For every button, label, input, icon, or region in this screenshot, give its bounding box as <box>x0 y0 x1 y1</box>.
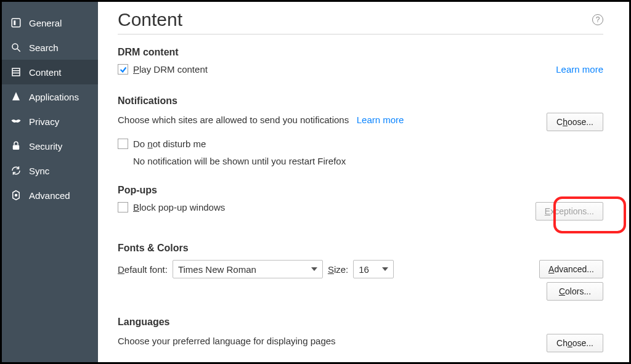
chevron-down-icon <box>382 267 388 271</box>
sidebar-label: Content <box>29 67 62 78</box>
notifications-learn-more-link[interactable]: Learn more <box>357 115 404 125</box>
section-title: Pop-ups <box>118 185 603 196</box>
drm-section: DRM content Play DRM content Learn more <box>118 47 603 79</box>
play-drm-label: Play DRM content <box>133 64 208 75</box>
sidebar-label: Advanced <box>29 190 70 201</box>
sidebar-label: Search <box>29 42 59 53</box>
general-icon <box>9 16 23 30</box>
sidebar-item-sync[interactable]: Sync <box>2 158 98 183</box>
do-not-disturb-label: Do not disturb me <box>133 139 206 149</box>
search-icon <box>9 41 23 54</box>
exceptions-button[interactable]: Exceptions... <box>535 202 603 220</box>
play-drm-checkbox[interactable] <box>118 64 128 75</box>
svg-line-3 <box>17 49 20 52</box>
notifications-section: Notifications Choose which sites are all… <box>118 95 603 169</box>
section-title: Languages <box>118 317 603 328</box>
svg-rect-1 <box>14 20 15 25</box>
sidebar: General Search Content Applications Priv… <box>2 2 98 362</box>
content-icon <box>9 65 23 79</box>
sidebar-label: Sync <box>29 166 49 176</box>
sidebar-item-content[interactable]: Content <box>2 60 98 84</box>
sidebar-item-general[interactable]: General <box>2 10 98 35</box>
privacy-icon <box>9 115 23 128</box>
sidebar-item-applications[interactable]: Applications <box>2 84 98 109</box>
sidebar-label: General <box>29 18 62 28</box>
applications-icon <box>9 90 23 103</box>
fonts-section: Fonts & Colors Default font: Times New R… <box>118 243 603 301</box>
chevron-down-icon <box>311 267 317 271</box>
do-not-disturb-checkbox[interactable] <box>118 139 128 149</box>
default-font-label: Default font: <box>118 264 168 275</box>
block-popups-checkbox[interactable] <box>118 202 128 212</box>
svg-rect-0 <box>12 18 20 27</box>
notifications-choose-button[interactable]: Choose... <box>547 113 603 131</box>
sidebar-item-advanced[interactable]: Advanced <box>2 183 98 208</box>
size-label: Size: <box>328 264 348 275</box>
section-title: DRM content <box>118 47 603 58</box>
svg-point-2 <box>12 44 18 49</box>
notifications-desc: Choose which sites are allowed to send y… <box>118 113 404 127</box>
sidebar-item-security[interactable]: Security <box>2 134 98 158</box>
advanced-fonts-button[interactable]: Advanced... <box>539 260 603 278</box>
languages-section: Languages Choose your preferred language… <box>118 317 603 355</box>
sync-icon <box>9 164 23 177</box>
languages-choose-button[interactable]: Choose... <box>547 334 603 352</box>
svg-rect-4 <box>12 68 20 76</box>
font-size-select[interactable]: 16 <box>353 260 394 278</box>
svg-rect-7 <box>13 145 20 150</box>
default-font-select[interactable]: Times New Roman <box>173 260 323 278</box>
sidebar-label: Security <box>29 141 62 152</box>
popups-section: Pop-ups Block pop-up windows Exceptions.… <box>118 185 603 220</box>
languages-desc: Choose your preferred language for displ… <box>118 334 336 349</box>
security-icon <box>9 139 23 153</box>
sidebar-item-privacy[interactable]: Privacy <box>2 109 98 134</box>
page-title: Content <box>118 9 182 30</box>
block-popups-label: Block pop-up windows <box>133 202 225 212</box>
sidebar-label: Applications <box>29 92 79 102</box>
sidebar-item-search[interactable]: Search <box>2 35 98 60</box>
help-icon[interactable]: ? <box>592 14 603 25</box>
svg-point-8 <box>15 194 18 197</box>
advanced-icon <box>9 188 23 202</box>
section-title: Fonts & Colors <box>118 243 603 254</box>
drm-learn-more-link[interactable]: Learn more <box>556 64 603 75</box>
dnd-note: No notification will be shown until you … <box>133 154 603 169</box>
section-title: Notifications <box>118 95 603 107</box>
colors-button[interactable]: Colors... <box>547 282 603 301</box>
main-content: Content ? DRM content Play DRM content L… <box>98 2 629 362</box>
sidebar-label: Privacy <box>29 116 59 127</box>
